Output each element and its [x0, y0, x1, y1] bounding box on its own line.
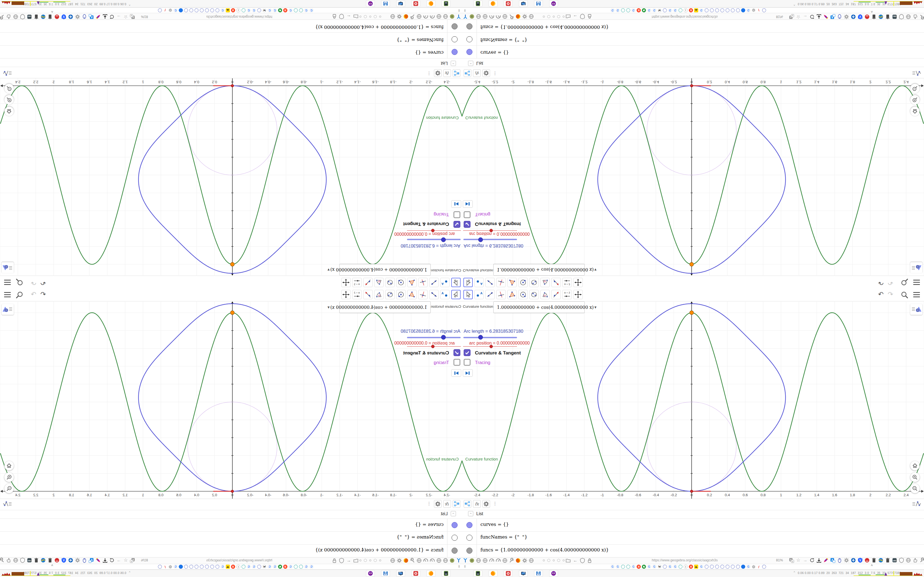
ext-redcircle-icon[interactable]: [54, 14, 60, 19]
tab-favicon-f[interactable]: f: [757, 565, 761, 569]
nav-gauge-icon[interactable]: [430, 14, 435, 19]
tab-favicon-info[interactable]: i: [684, 8, 688, 12]
tab-favicon-ya[interactable]: Я: [283, 565, 288, 569]
tool-point-button[interactable]: A: [474, 278, 484, 287]
fx-button[interactable]: fx: [473, 500, 481, 508]
arc-length-point[interactable]: [690, 263, 693, 266]
tool-moveview-button[interactable]: [573, 290, 583, 299]
settings-button[interactable]: [482, 500, 490, 508]
tab-favicon-dots[interactable]: [678, 565, 683, 569]
ext-bin-icon[interactable]: [34, 14, 39, 19]
ext-plusblue-icon[interactable]: [851, 558, 856, 563]
graphics-view-toggle[interactable]: [912, 500, 922, 509]
tab-favicon-ya[interactable]: Я: [636, 565, 641, 569]
ext-download-icon[interactable]: [102, 558, 108, 563]
arc-length-slider-knob[interactable]: [441, 335, 446, 340]
nav-lock-icon[interactable]: [332, 558, 337, 563]
arc-length-slider[interactable]: [407, 239, 460, 240]
tab-favicon-f[interactable]: f: [757, 8, 761, 12]
ext-globe2-icon[interactable]: [878, 558, 884, 563]
tab-favicon-G[interactable]: G: [699, 8, 703, 12]
tab-favicon-wreath[interactable]: [736, 565, 740, 569]
dot-icon[interactable]: [369, 559, 371, 561]
redo-button[interactable]: ↷: [888, 290, 893, 298]
tab-favicon-dots[interactable]: [626, 565, 630, 569]
nav-wrench-icon[interactable]: [509, 14, 514, 19]
nav-globe-icon[interactable]: [416, 14, 422, 19]
redo-button[interactable]: ↷: [31, 279, 36, 287]
dot-icon[interactable]: [359, 16, 361, 18]
zoom-out-button[interactable]: [910, 484, 919, 493]
tool-slider-button[interactable]: a = 2: [352, 290, 362, 299]
ext-fwd-icon[interactable]: →: [116, 558, 121, 563]
tab-favicon-wreath[interactable]: [194, 565, 199, 569]
tab-favicon-G[interactable]: G: [668, 565, 672, 569]
tab-favicon-ya[interactable]: Я: [283, 8, 288, 12]
ext-translate2-icon[interactable]: A: [830, 558, 835, 563]
overflow-menu-icon[interactable]: ⋮: [920, 558, 924, 562]
taskbar-app-firefox2[interactable]: [426, 0, 435, 7]
graphics-style-toggle-button[interactable]: [910, 262, 922, 273]
ext-pen-icon[interactable]: [95, 14, 101, 19]
tool-reflect-button[interactable]: [363, 290, 373, 299]
ext-reload-icon[interactable]: [109, 14, 115, 19]
arc-length-slider-knob[interactable]: [441, 237, 446, 242]
kebab-menu-icon[interactable]: ⋮: [427, 501, 431, 506]
tab-favicon-G[interactable]: G: [221, 8, 225, 12]
tab-favicon-photo[interactable]: [694, 8, 698, 12]
collapse-button[interactable]: −: [468, 61, 473, 66]
tool-slider-button[interactable]: a = 2: [562, 290, 572, 299]
nav-globe-icon[interactable]: [390, 14, 396, 19]
curvature-function-dropdown[interactable]: 1.000000000000 + cos(4.000000000000 x) ▼: [339, 301, 431, 313]
dot-icon[interactable]: [543, 16, 545, 18]
tool-move-button[interactable]: [464, 278, 473, 287]
tab-favicon-wreath[interactable]: [725, 8, 730, 12]
tab-favicon-duck[interactable]: [642, 565, 646, 569]
tab-favicon-wreath[interactable]: [257, 8, 261, 12]
ext-ud-icon[interactable]: UD: [892, 558, 897, 563]
tab-favicon-wreath[interactable]: [257, 565, 261, 569]
tab-favicon-G[interactable]: G: [289, 565, 292, 569]
dot-icon[interactable]: [563, 559, 565, 561]
tool-move-button[interactable]: [451, 278, 460, 287]
ext-shieldo-icon[interactable]: [899, 558, 904, 563]
tool-line-button[interactable]: [485, 290, 495, 299]
nav-gauge-icon[interactable]: [423, 14, 428, 19]
tool-conic-button[interactable]: [385, 278, 395, 287]
taskbar-app-ebook[interactable]: [442, 570, 451, 577]
tab-favicon-dots[interactable]: [621, 8, 625, 12]
visibility-circle[interactable]: [452, 23, 457, 29]
ext-bin-icon[interactable]: [871, 558, 877, 563]
tab-favicon-G[interactable]: G: [309, 8, 313, 12]
nav-firefox-icon[interactable]: [515, 558, 521, 563]
ext-ud-icon[interactable]: UD: [27, 558, 32, 563]
algebra-row-funcs[interactable]: funcs = {1.000000000000 + cos(4.00000000…: [462, 19, 924, 33]
tab-favicon-wreath[interactable]: [762, 565, 766, 569]
ext-download-icon[interactable]: [816, 558, 822, 563]
taskbar-app-firefox2[interactable]: [489, 0, 498, 7]
tool-point-button[interactable]: A: [440, 290, 450, 299]
taskbar-app-ebook[interactable]: [442, 0, 451, 7]
tree-view-button[interactable]: [464, 500, 471, 508]
tab-favicon-G[interactable]: G: [652, 8, 656, 12]
nav-gauge-icon[interactable]: [489, 558, 494, 563]
tab-favicon-wreath[interactable]: [715, 565, 719, 569]
nav-globe-icon[interactable]: [502, 558, 508, 563]
tab-favicon-dots[interactable]: [678, 8, 683, 12]
ext-star-icon[interactable]: ☆: [123, 558, 128, 563]
tree-view-button[interactable]: [453, 69, 460, 77]
nav-vparty-icon[interactable]: [456, 558, 462, 563]
taskbar-app-redgear[interactable]: [411, 0, 420, 7]
nav-folder-icon[interactable]: [353, 14, 359, 19]
ext-vshield-icon[interactable]: V: [858, 14, 863, 19]
step-animation-button[interactable]: [451, 369, 461, 377]
nav-globe-icon[interactable]: [416, 558, 422, 563]
tab-favicon-dots[interactable]: [299, 8, 303, 12]
fx-button[interactable]: fx: [443, 500, 451, 508]
chevron-down-icon[interactable]: ▼: [594, 305, 597, 309]
taskbar-app-ebook[interactable]: [473, 570, 482, 577]
nav-gearsm-icon[interactable]: [397, 558, 402, 563]
tool-angle-button[interactable]: α: [540, 278, 550, 287]
ext-redcircle-icon[interactable]: [864, 14, 870, 19]
taskbar-app-redgear[interactable]: [411, 570, 420, 577]
